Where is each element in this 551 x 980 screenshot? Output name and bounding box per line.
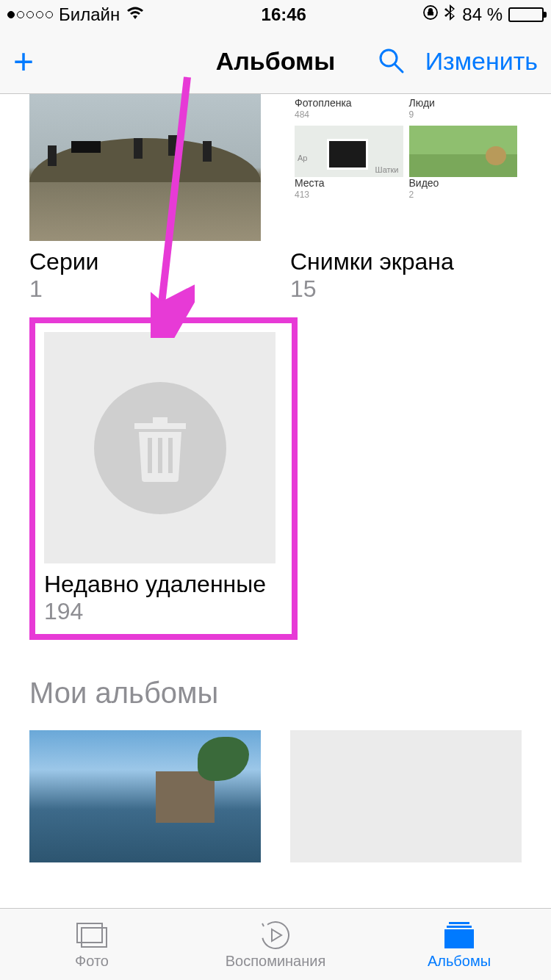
status-right: 84 % [422, 4, 544, 26]
wifi-icon [126, 4, 145, 25]
map-city: Ар [298, 154, 307, 162]
status-time: 16:46 [262, 4, 306, 25]
nav-bar: + Альбомы Изменить [0, 29, 551, 94]
mini-label: Фотопленка [295, 97, 403, 109]
svg-rect-10 [449, 922, 469, 924]
mini-video-thumb [409, 126, 518, 177]
svg-point-9 [259, 919, 292, 951]
memories-icon [257, 919, 294, 951]
bluetooth-icon [444, 4, 456, 26]
content-scroll[interactable]: Серии 1 Фотопленка 484 Люди 9 [0, 94, 551, 908]
album-thumbnail [29, 94, 261, 241]
photos-icon [73, 919, 110, 951]
tab-label: Воспоминания [226, 953, 326, 970]
album-title: Снимки экрана [290, 248, 522, 275]
svg-point-1 [381, 50, 397, 66]
svg-rect-4 [158, 438, 162, 473]
album-title: Недавно удаленные [44, 571, 276, 598]
tab-albums[interactable]: Альбомы [367, 909, 551, 980]
search-icon [377, 46, 405, 74]
album-recently-deleted[interactable]: Недавно удаленные 194 [44, 332, 276, 625]
mini-label: Люди [409, 97, 518, 109]
status-left: Билайн [7, 4, 145, 25]
search-button[interactable] [377, 46, 405, 77]
album-count: 194 [44, 598, 276, 625]
tab-memories[interactable]: Воспоминания [184, 909, 367, 980]
my-album-item[interactable] [290, 730, 522, 862]
mini-label: Места [295, 177, 403, 190]
trash-icon [127, 410, 193, 486]
svg-rect-11 [447, 926, 472, 928]
album-title: Серии [29, 248, 261, 275]
mini-count: 484 [295, 109, 403, 120]
album-count: 15 [290, 275, 522, 303]
svg-line-2 [395, 65, 403, 72]
tab-bar: Фото Воспоминания Альбомы [0, 908, 551, 980]
tab-label: Фото [75, 953, 109, 970]
mini-map-thumb: Ар Шатки [295, 126, 403, 177]
album-thumbnail: Фотопленка 484 Люди 9 Ар Шатки Места [290, 94, 522, 241]
tab-photos[interactable]: Фото [0, 909, 184, 980]
mini-label: Видео [409, 177, 518, 190]
album-thumbnail [290, 730, 522, 862]
album-thumbnail [29, 730, 261, 862]
status-bar: Билайн 16:46 84 % [0, 0, 551, 29]
orientation-lock-icon [422, 4, 439, 25]
album-screenshots[interactable]: Фотопленка 484 Люди 9 Ар Шатки Места [290, 94, 522, 303]
annotation-highlight: Недавно удаленные 194 [29, 317, 298, 640]
mini-count: 9 [409, 109, 518, 120]
section-my-albums: Мои альбомы [29, 677, 522, 710]
mini-count: 2 [409, 190, 518, 200]
album-thumbnail [44, 332, 276, 563]
mini-count: 413 [295, 190, 403, 200]
albums-icon [441, 919, 478, 951]
svg-rect-3 [148, 438, 152, 473]
edit-button[interactable]: Изменить [425, 47, 538, 76]
add-button[interactable]: + [13, 44, 34, 79]
svg-rect-5 [168, 438, 173, 473]
battery-icon [508, 7, 544, 22]
map-city: Шатки [375, 165, 399, 174]
nav-title: Альбомы [216, 47, 336, 76]
album-series[interactable]: Серии 1 [29, 94, 261, 303]
album-count: 1 [29, 275, 261, 303]
battery-percent: 84 % [462, 4, 503, 25]
svg-rect-12 [444, 929, 474, 948]
carrier-label: Билайн [59, 4, 120, 25]
signal-strength-icon [7, 11, 53, 18]
my-album-item[interactable] [29, 730, 261, 862]
tab-label: Альбомы [428, 953, 491, 970]
